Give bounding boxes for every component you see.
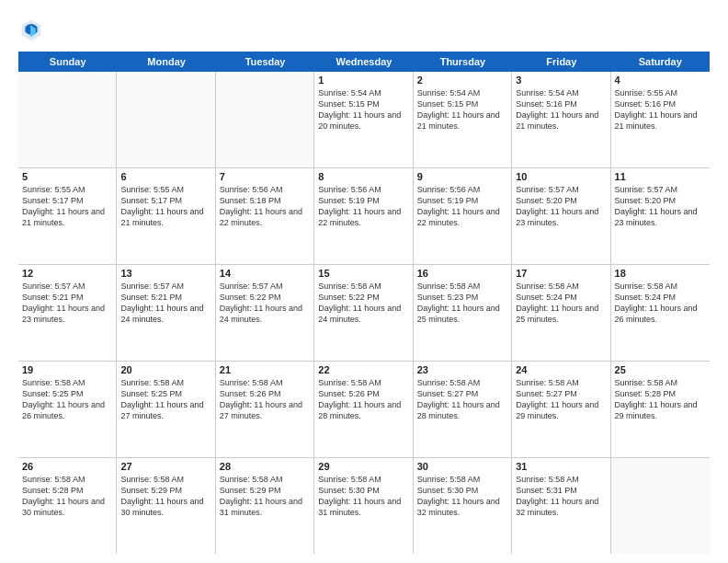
day-header-wednesday: Wednesday <box>314 52 413 72</box>
day-cell-31: 31Sunrise: 5:58 AM Sunset: 5:31 PM Dayli… <box>512 458 610 554</box>
day-info: Sunrise: 5:57 AM Sunset: 5:20 PM Dayligh… <box>516 184 606 229</box>
day-number: 12 <box>22 268 112 279</box>
day-number: 26 <box>22 461 112 472</box>
day-cell-13: 13Sunrise: 5:57 AM Sunset: 5:21 PM Dayli… <box>117 265 215 361</box>
day-number: 25 <box>615 364 706 375</box>
day-cell-28: 28Sunrise: 5:58 AM Sunset: 5:29 PM Dayli… <box>216 458 314 554</box>
day-number: 10 <box>516 171 606 182</box>
day-number: 1 <box>318 75 408 86</box>
day-info: Sunrise: 5:55 AM Sunset: 5:17 PM Dayligh… <box>120 184 210 229</box>
day-cell-1: 1Sunrise: 5:54 AM Sunset: 5:15 PM Daylig… <box>314 72 413 167</box>
day-info: Sunrise: 5:58 AM Sunset: 5:29 PM Dayligh… <box>220 474 310 519</box>
day-number: 8 <box>318 171 408 182</box>
day-info: Sunrise: 5:58 AM Sunset: 5:24 PM Dayligh… <box>516 281 606 326</box>
week-row-4: 19Sunrise: 5:58 AM Sunset: 5:25 PM Dayli… <box>18 362 710 458</box>
day-header-monday: Monday <box>117 52 215 72</box>
day-number: 20 <box>120 364 210 375</box>
empty-cell <box>611 458 710 554</box>
day-info: Sunrise: 5:58 AM Sunset: 5:27 PM Dayligh… <box>417 377 507 422</box>
day-number: 14 <box>220 268 310 279</box>
day-info: Sunrise: 5:54 AM Sunset: 5:15 PM Dayligh… <box>318 87 408 132</box>
day-number: 21 <box>220 364 310 375</box>
day-cell-30: 30Sunrise: 5:58 AM Sunset: 5:30 PM Dayli… <box>414 458 512 554</box>
day-cell-25: 25Sunrise: 5:58 AM Sunset: 5:28 PM Dayli… <box>611 362 710 457</box>
day-number: 28 <box>220 461 310 472</box>
day-cell-22: 22Sunrise: 5:58 AM Sunset: 5:26 PM Dayli… <box>314 362 413 457</box>
day-number: 24 <box>516 364 606 375</box>
day-cell-16: 16Sunrise: 5:58 AM Sunset: 5:23 PM Dayli… <box>414 265 512 361</box>
day-cell-21: 21Sunrise: 5:58 AM Sunset: 5:26 PM Dayli… <box>216 362 314 457</box>
empty-cell <box>18 72 117 167</box>
day-cell-7: 7Sunrise: 5:56 AM Sunset: 5:18 PM Daylig… <box>216 168 314 264</box>
day-number: 19 <box>22 364 112 375</box>
day-info: Sunrise: 5:56 AM Sunset: 5:19 PM Dayligh… <box>318 184 408 229</box>
day-number: 29 <box>318 461 408 472</box>
day-number: 16 <box>417 268 507 279</box>
day-number: 3 <box>516 75 606 86</box>
day-cell-4: 4Sunrise: 5:55 AM Sunset: 5:16 PM Daylig… <box>611 72 710 167</box>
day-cell-10: 10Sunrise: 5:57 AM Sunset: 5:20 PM Dayli… <box>512 168 610 264</box>
day-header-friday: Friday <box>512 52 610 72</box>
day-info: Sunrise: 5:55 AM Sunset: 5:16 PM Dayligh… <box>615 87 706 132</box>
week-row-5: 26Sunrise: 5:58 AM Sunset: 5:28 PM Dayli… <box>18 458 710 554</box>
day-header-saturday: Saturday <box>611 52 710 72</box>
day-info: Sunrise: 5:56 AM Sunset: 5:18 PM Dayligh… <box>220 184 310 229</box>
day-cell-14: 14Sunrise: 5:57 AM Sunset: 5:22 PM Dayli… <box>216 265 314 361</box>
day-header-tuesday: Tuesday <box>216 52 314 72</box>
day-number: 7 <box>220 171 310 182</box>
day-header-sunday: Sunday <box>18 52 117 72</box>
day-cell-15: 15Sunrise: 5:58 AM Sunset: 5:22 PM Dayli… <box>314 265 413 361</box>
day-info: Sunrise: 5:54 AM Sunset: 5:16 PM Dayligh… <box>516 87 606 132</box>
day-number: 18 <box>615 268 706 279</box>
day-info: Sunrise: 5:58 AM Sunset: 5:30 PM Dayligh… <box>417 474 507 519</box>
day-info: Sunrise: 5:58 AM Sunset: 5:27 PM Dayligh… <box>516 377 606 422</box>
day-info: Sunrise: 5:58 AM Sunset: 5:29 PM Dayligh… <box>120 474 210 519</box>
day-cell-17: 17Sunrise: 5:58 AM Sunset: 5:24 PM Dayli… <box>512 265 610 361</box>
calendar-header: SundayMondayTuesdayWednesdayThursdayFrid… <box>18 52 710 72</box>
day-number: 13 <box>120 268 210 279</box>
week-row-1: 1Sunrise: 5:54 AM Sunset: 5:15 PM Daylig… <box>18 72 710 168</box>
day-info: Sunrise: 5:57 AM Sunset: 5:20 PM Dayligh… <box>615 184 706 229</box>
day-cell-18: 18Sunrise: 5:58 AM Sunset: 5:24 PM Dayli… <box>611 265 710 361</box>
empty-cell <box>216 72 314 167</box>
day-number: 27 <box>120 461 210 472</box>
day-header-thursday: Thursday <box>414 52 512 72</box>
day-info: Sunrise: 5:58 AM Sunset: 5:26 PM Dayligh… <box>220 377 310 422</box>
day-number: 30 <box>417 461 507 472</box>
day-info: Sunrise: 5:58 AM Sunset: 5:28 PM Dayligh… <box>615 377 706 422</box>
day-info: Sunrise: 5:57 AM Sunset: 5:21 PM Dayligh… <box>120 281 210 326</box>
logo-icon <box>18 17 44 42</box>
day-cell-27: 27Sunrise: 5:58 AM Sunset: 5:29 PM Dayli… <box>117 458 215 554</box>
day-number: 17 <box>516 268 606 279</box>
day-info: Sunrise: 5:54 AM Sunset: 5:15 PM Dayligh… <box>417 87 507 132</box>
day-cell-20: 20Sunrise: 5:58 AM Sunset: 5:25 PM Dayli… <box>117 362 215 457</box>
calendar-body: 1Sunrise: 5:54 AM Sunset: 5:15 PM Daylig… <box>18 72 710 554</box>
day-info: Sunrise: 5:58 AM Sunset: 5:28 PM Dayligh… <box>22 474 112 519</box>
day-cell-29: 29Sunrise: 5:58 AM Sunset: 5:30 PM Dayli… <box>314 458 413 554</box>
day-cell-8: 8Sunrise: 5:56 AM Sunset: 5:19 PM Daylig… <box>314 168 413 264</box>
page: SundayMondayTuesdayWednesdayThursdayFrid… <box>0 0 728 563</box>
day-info: Sunrise: 5:58 AM Sunset: 5:25 PM Dayligh… <box>120 377 210 422</box>
day-info: Sunrise: 5:58 AM Sunset: 5:24 PM Dayligh… <box>615 281 706 326</box>
header <box>18 17 710 42</box>
day-number: 6 <box>120 171 210 182</box>
day-cell-11: 11Sunrise: 5:57 AM Sunset: 5:20 PM Dayli… <box>611 168 710 264</box>
day-cell-19: 19Sunrise: 5:58 AM Sunset: 5:25 PM Dayli… <box>18 362 117 457</box>
day-info: Sunrise: 5:58 AM Sunset: 5:30 PM Dayligh… <box>318 474 408 519</box>
day-info: Sunrise: 5:58 AM Sunset: 5:26 PM Dayligh… <box>318 377 408 422</box>
logo <box>18 17 48 42</box>
calendar: SundayMondayTuesdayWednesdayThursdayFrid… <box>18 52 710 554</box>
day-number: 23 <box>417 364 507 375</box>
day-number: 2 <box>417 75 507 86</box>
day-number: 9 <box>417 171 507 182</box>
day-cell-24: 24Sunrise: 5:58 AM Sunset: 5:27 PM Dayli… <box>512 362 610 457</box>
week-row-3: 12Sunrise: 5:57 AM Sunset: 5:21 PM Dayli… <box>18 265 710 362</box>
empty-cell <box>117 72 215 167</box>
day-cell-3: 3Sunrise: 5:54 AM Sunset: 5:16 PM Daylig… <box>512 72 610 167</box>
day-number: 31 <box>516 461 606 472</box>
week-row-2: 5Sunrise: 5:55 AM Sunset: 5:17 PM Daylig… <box>18 168 710 265</box>
day-info: Sunrise: 5:58 AM Sunset: 5:23 PM Dayligh… <box>417 281 507 326</box>
day-info: Sunrise: 5:58 AM Sunset: 5:31 PM Dayligh… <box>516 474 606 519</box>
day-info: Sunrise: 5:55 AM Sunset: 5:17 PM Dayligh… <box>22 184 112 229</box>
day-info: Sunrise: 5:56 AM Sunset: 5:19 PM Dayligh… <box>417 184 507 229</box>
